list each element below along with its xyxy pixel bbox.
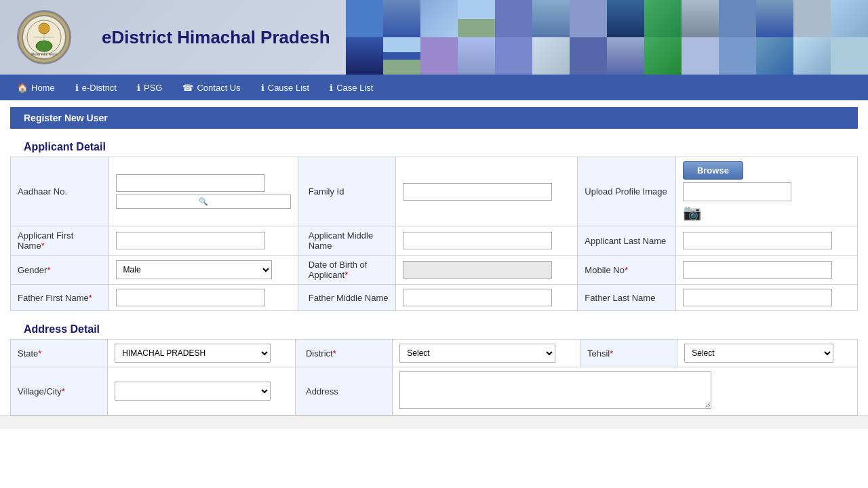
page-container: हिमाचल प्रदेश सरकार eDistrict Himachal P…	[0, 0, 868, 429]
info-icon-2: ℹ	[137, 83, 140, 93]
logo-emblem: हिमाचल प्रदेश सरकार	[17, 10, 71, 64]
address-textarea[interactable]	[399, 371, 711, 409]
mosaic-tile	[719, 37, 756, 75]
req-star-4: *	[625, 265, 628, 275]
mosaic-tile	[458, 0, 495, 37]
req-star-2: *	[47, 265, 50, 275]
nav-contact[interactable]: ☎ Contact Us	[172, 75, 250, 100]
father-last-input[interactable]	[683, 289, 832, 306]
gender-select[interactable]: Male Female Other	[116, 260, 272, 279]
nav-contact-label: Contact Us	[197, 83, 240, 93]
req-star-9: *	[62, 386, 65, 396]
nav-home[interactable]: 🏠 Home	[7, 75, 65, 100]
dob-input[interactable]	[403, 261, 552, 279]
father-middle-cell	[396, 285, 578, 311]
aadhaar-row: 🔍	[116, 174, 291, 209]
district-select[interactable]: Select	[399, 344, 555, 363]
state-label: State*	[11, 340, 108, 367]
mosaic-tile	[831, 0, 868, 37]
district-cell: Select	[393, 340, 580, 367]
father-first-cell	[108, 285, 298, 311]
first-name-cell	[108, 226, 298, 256]
nav-caselist-label: Case List	[336, 83, 373, 93]
register-title: Register New User	[24, 113, 108, 123]
header-mosaic	[346, 0, 868, 75]
mobile-label: Mobile No*	[578, 256, 676, 285]
father-last-label: Father Last Name	[578, 285, 676, 311]
mosaic-tile	[458, 37, 495, 75]
mosaic-tile	[570, 37, 607, 75]
father-middle-input[interactable]	[403, 289, 552, 306]
applicant-section-title: Applicant Detail	[10, 136, 858, 157]
aadhaar-search-button[interactable]: 🔍	[116, 195, 291, 209]
logo-area: हिमाचल प्रदेश सरकार	[0, 3, 88, 71]
nav-caselist[interactable]: ℹ Case List	[319, 75, 383, 100]
mosaic-tile	[644, 0, 682, 37]
site-title: eDistrict Himachal Pradesh	[88, 27, 344, 48]
nav-edistrict-label: e-District	[82, 83, 117, 93]
info-icon-4: ℹ	[330, 83, 333, 93]
gender-cell: Male Female Other	[108, 256, 298, 285]
dob-label: Date of Birth of Applicant*	[298, 256, 396, 285]
mosaic-tile	[756, 0, 793, 37]
tehsil-cell: Select	[677, 340, 858, 367]
mosaic-tile	[756, 37, 793, 75]
address-label: Address	[295, 367, 392, 415]
last-name-input[interactable]	[683, 232, 832, 249]
mosaic-tile	[532, 0, 570, 37]
upload-label: Upload Profile Image	[578, 157, 676, 226]
father-first-input[interactable]	[116, 289, 265, 306]
info-icon-1: ℹ	[75, 83, 79, 93]
village-label: Village/City*	[11, 367, 108, 415]
row-names: Applicant First Name* Applicant Middle N…	[11, 226, 858, 256]
address-form-table: State* HIMACHAL PRADESH District* Select	[10, 339, 858, 415]
nav-edistrict[interactable]: ℹ e-District	[65, 75, 127, 100]
tehsil-select[interactable]: Select	[684, 344, 833, 363]
aadhaar-label: Aadhaar No.	[11, 157, 109, 226]
mosaic-tile	[383, 37, 420, 75]
applicant-form-table: Aadhaar No. 🔍 Family Id Upload Profile I…	[10, 157, 858, 311]
navbar: 🏠 Home ℹ e-District ℹ PSG ☎ Contact Us ℹ…	[0, 75, 868, 100]
father-middle-label: Father Middle Name	[298, 285, 396, 311]
mosaic-tile	[532, 37, 570, 75]
mosaic-tile	[682, 0, 719, 37]
first-name-label: Applicant First Name*	[11, 226, 109, 256]
row-aadhaar-family-upload: Aadhaar No. 🔍 Family Id Upload Profile I…	[11, 157, 858, 226]
upload-area: Browse 📷	[683, 161, 850, 222]
mosaic-tile	[495, 0, 532, 37]
upload-input-cell: Browse 📷	[675, 157, 857, 226]
first-name-input[interactable]	[116, 232, 265, 249]
middle-name-cell	[396, 226, 578, 256]
father-first-label: Father First Name*	[11, 285, 109, 311]
mosaic-tile	[383, 0, 420, 37]
aadhaar-input[interactable]	[116, 174, 265, 192]
mosaic-tile	[719, 0, 756, 37]
nav-psg-label: PSG	[144, 83, 162, 93]
mosaic-tile	[831, 37, 868, 75]
nav-causelist[interactable]: ℹ Cause List	[251, 75, 319, 100]
req-star-1: *	[41, 241, 45, 251]
address-section-title: Address Detail	[10, 318, 858, 339]
family-id-input-cell	[396, 157, 578, 226]
aadhaar-input-cell: 🔍	[108, 157, 298, 226]
row-village-address: Village/City* Address	[11, 367, 858, 415]
mobile-input[interactable]	[683, 261, 832, 279]
scrollbar-area[interactable]	[0, 415, 868, 429]
req-star-8: *	[610, 348, 613, 359]
browse-button[interactable]: Browse	[683, 161, 743, 180]
camera-icon[interactable]: 📷	[683, 204, 701, 222]
nav-psg[interactable]: ℹ PSG	[127, 75, 172, 100]
info-icon-3: ℹ	[261, 83, 264, 93]
middle-name-input[interactable]	[403, 232, 552, 249]
village-select[interactable]	[115, 382, 271, 401]
mosaic-tile	[607, 0, 644, 37]
district-label: District*	[295, 340, 392, 367]
family-id-input[interactable]	[403, 183, 552, 201]
state-cell: HIMACHAL PRADESH	[108, 340, 296, 367]
mosaic-tile	[682, 37, 719, 75]
mosaic-tile	[420, 0, 458, 37]
row-state-district-tehsil: State* HIMACHAL PRADESH District* Select	[11, 340, 858, 367]
state-select[interactable]: HIMACHAL PRADESH	[115, 344, 271, 363]
father-last-cell	[675, 285, 857, 311]
address-cell	[393, 367, 858, 415]
